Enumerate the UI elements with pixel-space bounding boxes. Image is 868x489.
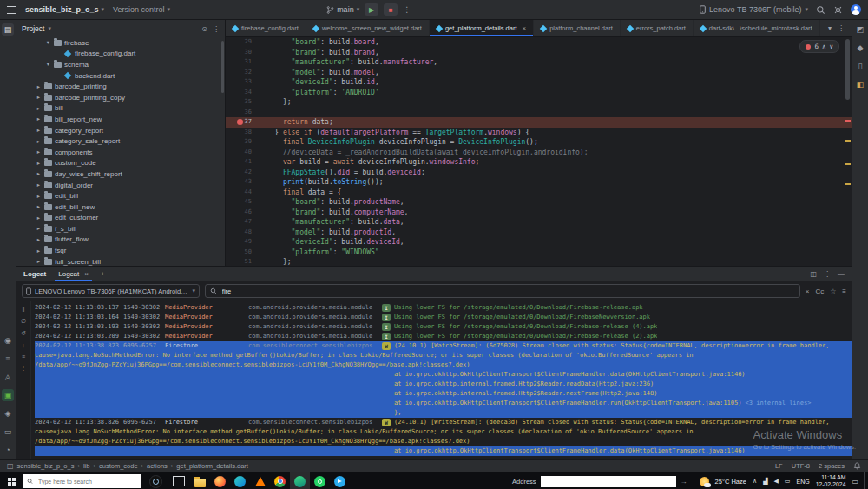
hide-panel-icon[interactable]: — — [838, 270, 845, 278]
gutter[interactable]: 51 — [226, 257, 258, 266]
gutter[interactable]: 29 — [226, 37, 258, 48]
chevron-right-icon[interactable]: ▸ — [36, 160, 42, 167]
match-case-icon[interactable]: Cc — [815, 287, 824, 295]
breadcrumb-item[interactable]: custom_code — [99, 462, 138, 470]
gutter[interactable]: 40 — [226, 148, 258, 158]
firefox-taskbar-button[interactable] — [210, 472, 230, 489]
log-entry[interactable]: 2024-02-12 11:13:03.1641549-30302MediaPr… — [35, 313, 852, 322]
battery-icon[interactable]: ▭ — [785, 478, 791, 485]
saved-filters-icon[interactable]: ☆ — [830, 287, 836, 295]
address-input[interactable] — [541, 476, 676, 487]
restart-icon[interactable]: ↺ — [21, 330, 26, 337]
logcat-tab[interactable]: Logcat × — [55, 267, 92, 281]
tree-item[interactable]: ▸category_report — [16, 125, 225, 136]
project-icon[interactable]: ▤ — [2, 23, 14, 36]
taskbar-search-box[interactable] — [23, 474, 141, 488]
gutter[interactable]: 46 — [226, 208, 258, 218]
log-continuation[interactable]: at io.grpc.okhttp.OkHttpClientTransport$… — [35, 446, 852, 456]
tree-item[interactable]: ▸bill — [16, 103, 225, 115]
cortana-icon[interactable] — [149, 475, 162, 488]
next-problem-icon[interactable]: ∨ — [829, 43, 833, 50]
gutter[interactable]: 33 — [226, 77, 258, 88]
terminal-icon[interactable]: ▭ — [2, 426, 14, 438]
structure-icon[interactable]: ≡ — [2, 353, 14, 365]
close-icon[interactable]: × — [523, 24, 527, 32]
chevron-right-icon[interactable]: ▸ — [36, 127, 42, 134]
logcat-search-input[interactable] — [220, 287, 795, 296]
config-icon[interactable]: ⋮ — [21, 365, 27, 372]
chevron-right-icon[interactable]: ▸ — [36, 215, 42, 221]
search-icon[interactable] — [816, 5, 825, 15]
device-selector[interactable]: Lenovo TB 7306F (mobile) ▾ — [700, 5, 808, 14]
log-continuation[interactable]: }, — [35, 408, 852, 418]
version-control-selector[interactable]: Version control ▾ — [113, 5, 170, 14]
chevron-right-icon[interactable]: ▸ — [36, 193, 42, 200]
filter-icon[interactable]: ≡ — [842, 287, 846, 295]
log-entry[interactable]: 2024-02-12 11:13:38.8236095-6257Firestor… — [35, 341, 852, 351]
whatsapp-taskbar-button[interactable] — [310, 472, 330, 489]
user-avatar[interactable] — [851, 4, 861, 15]
chevron-down-icon[interactable]: ▾ — [45, 39, 51, 46]
gutter[interactable]: 45 — [226, 197, 258, 208]
chevron-right-icon[interactable]: ▸ — [36, 182, 42, 188]
tree-item[interactable]: ▸f_s_bill — [16, 223, 225, 235]
gutter[interactable]: 50 — [226, 248, 258, 258]
weather-icon[interactable] — [700, 477, 709, 486]
telegram-taskbar-button[interactable] — [330, 472, 350, 489]
log-entry[interactable]: 2024-02-12 11:13:03.1931549-30302MediaPr… — [35, 322, 852, 332]
log-continuation[interactable]: cause=java.lang.NoSuchMethodError: No in… — [35, 351, 852, 360]
chevron-down-icon[interactable]: ▾ — [45, 61, 51, 68]
logcat-device-selector[interactable]: LENOVO Lenovo TB-7306F (HA1MKCAT) Androi… — [22, 284, 200, 298]
gutter[interactable]: 44 — [226, 188, 258, 198]
chevron-right-icon[interactable]: ▸ — [36, 170, 42, 177]
tree-item[interactable]: ▸flutter_flow — [16, 235, 225, 246]
log-continuation[interactable]: /data/app/~~o9fJmZgg-PZcYiuj36PGpg==/com… — [35, 437, 852, 446]
gutter[interactable]: 49 — [226, 237, 258, 248]
locate-file-icon[interactable]: ⊙ — [201, 25, 207, 33]
tree-item[interactable]: ▸edit_bill_new — [16, 202, 225, 213]
more-options-icon[interactable]: ⋮ — [824, 270, 831, 278]
tree-item[interactable]: ▸barcode_printing — [16, 81, 225, 92]
main-menu-icon[interactable] — [7, 6, 16, 14]
network-icon[interactable]: ▟ — [763, 478, 767, 485]
gutter[interactable]: 35 — [226, 97, 258, 108]
gutter[interactable]: 32 — [226, 68, 258, 78]
volume-icon[interactable]: ◀ — [773, 478, 778, 485]
breadcrumb-item[interactable]: actions — [147, 462, 168, 470]
editor-tab[interactable]: errors_patch.dart — [621, 20, 694, 36]
gutter[interactable]: 47 — [226, 217, 258, 228]
weather-text[interactable]: 25°C Haze — [715, 478, 746, 486]
chevron-right-icon[interactable]: ▸ — [36, 94, 42, 101]
project-panel-title[interactable]: Project — [22, 24, 44, 33]
tree-item[interactable]: ▸category_sale_report — [16, 135, 225, 147]
device-manager-icon[interactable]: ▯ — [854, 60, 866, 72]
editor-scrollbar[interactable] — [844, 37, 852, 266]
chevron-right-icon[interactable]: ▸ — [36, 258, 42, 265]
chrome-taskbar-button[interactable] — [270, 472, 290, 489]
android-studio-taskbar-button[interactable] — [290, 472, 310, 489]
tree-item[interactable]: ▸edit_customer — [16, 213, 225, 224]
chevron-right-icon[interactable]: ▸ — [36, 203, 42, 210]
tree-item[interactable]: firebase_config.dart — [16, 49, 225, 60]
more-actions-icon[interactable]: ⋮ — [403, 5, 411, 14]
logcat-output[interactable]: 2024-02-12 11:13:03.1371549-30302MediaPr… — [31, 301, 852, 459]
tree-item[interactable]: ▸day_wise_shift_report — [16, 169, 225, 180]
device-explorer-icon[interactable]: ◧ — [854, 78, 866, 90]
editor-tab[interactable]: platform_channel.dart — [534, 20, 621, 36]
vlc-taskbar-button[interactable] — [250, 472, 270, 489]
log-entry[interactable]: 2024-02-12 11:13:38.8266095-6257Firestor… — [35, 418, 852, 427]
log-continuation[interactable]: cause=java.lang.NoSuchMethodError: No in… — [35, 427, 852, 437]
show-desktop-button[interactable] — [864, 472, 868, 489]
chevron-right-icon[interactable]: ▸ — [36, 149, 42, 155]
layout-icon[interactable]: ◫ — [810, 270, 817, 278]
tree-item[interactable]: ▸custom_code — [16, 158, 225, 169]
breadcrumb-item[interactable]: lib — [83, 462, 90, 470]
problems-icon[interactable]: ◬ — [2, 371, 14, 383]
breakpoint-icon[interactable] — [237, 119, 243, 125]
log-continuation[interactable]: at io.grpc.okhttp.OkHttpClientTransport$… — [35, 370, 852, 380]
log-continuation[interactable]: at io.grpc.okhttp.internal.framed.Http2$… — [35, 380, 852, 389]
tool-windows-icon[interactable]: ◫ — [7, 462, 14, 470]
log-entry[interactable]: 2024-02-12 11:13:03.2091549-30302MediaPr… — [35, 332, 852, 341]
gradle-icon[interactable]: ◆ — [854, 42, 866, 54]
editor-tab[interactable]: welcome_screen_new_widget.dart — [306, 20, 430, 36]
